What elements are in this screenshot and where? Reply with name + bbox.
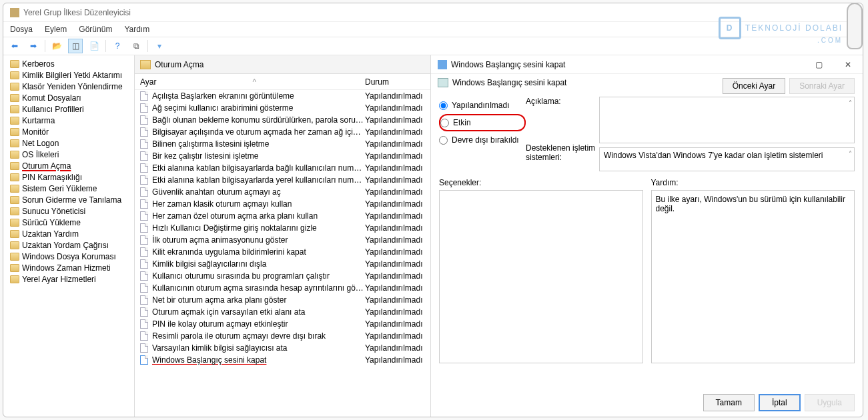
tree-label: Sistem Geri Yükleme xyxy=(22,184,97,193)
list-item[interactable]: Net bir oturum açma arka planı gösterYap… xyxy=(135,294,430,306)
radio-enabled[interactable]: Etkin xyxy=(439,114,526,131)
col-durum[interactable]: Durum xyxy=(365,77,425,87)
tree-item[interactable]: Kimlik Bilgileri Yetki Aktarımı xyxy=(3,69,134,81)
filter-icon[interactable]: ▾ xyxy=(152,39,167,53)
ok-button[interactable]: Tamam xyxy=(703,394,755,411)
list-item[interactable]: Kullanıcının oturum açma sırasında hesap… xyxy=(135,282,430,294)
list-item[interactable]: Resimli parola ile oturum açmayı devre d… xyxy=(135,330,430,342)
tree-pane[interactable]: KerberosKimlik Bilgileri Yetki AktarımıK… xyxy=(3,55,135,417)
folder-icon xyxy=(140,60,151,69)
list-item[interactable]: Kimlik bilgisi sağlayıcılarını dışlaYapı… xyxy=(135,258,430,270)
list-item[interactable]: Etki alanına katılan bilgisayarlarda yer… xyxy=(135,174,430,186)
list-item[interactable]: Oturum açmak için varsayılan etki alanı … xyxy=(135,306,430,318)
view-icon[interactable]: ◫ xyxy=(68,39,83,53)
radio-input[interactable] xyxy=(439,136,448,145)
titlebar[interactable]: Yerel Grup İlkesi Düzenleyicisi xyxy=(3,3,863,22)
list-item[interactable]: Güvenlik anahtarı oturum açmayı açYapıla… xyxy=(135,186,430,198)
policy-item-icon xyxy=(140,355,148,365)
menubar: DosyaEylemGörünümYardım xyxy=(3,22,863,37)
tree-item[interactable]: Uzaktan Yardım xyxy=(3,228,134,239)
col-ayar[interactable]: Ayar xyxy=(140,77,156,87)
dialog-subtitle: Windows Başlangıç sesini kapat xyxy=(452,78,566,87)
maximize-icon[interactable]: ▢ xyxy=(804,56,833,73)
list-item[interactable]: Açılışta Başlarken ekranını görüntülemeY… xyxy=(135,90,430,102)
dialog-titlebar[interactable]: Windows Başlangıç sesini kapat ▢ ✕ xyxy=(431,55,863,74)
folder-icon xyxy=(10,117,19,125)
list-item[interactable]: Bağlı olunan bekleme konumu sürdürülürke… xyxy=(135,114,430,126)
list-body[interactable]: Açılışta Başlarken ekranını görüntülemeY… xyxy=(135,90,430,417)
properties-icon[interactable]: ⧉ xyxy=(129,39,143,53)
tree-item[interactable]: PIN Karmaşıklığı xyxy=(3,171,134,183)
options-box[interactable] xyxy=(439,190,643,363)
tree-item[interactable]: Komut Dosyaları xyxy=(3,92,134,103)
list-item-state: Yapılandırılmadı xyxy=(365,247,425,257)
tree-item[interactable]: Sunucu Yöneticisi xyxy=(3,205,134,217)
os-value: Windows Vista'dan Windows 7'ye kadar ola… xyxy=(604,151,823,160)
list-item[interactable]: Hızlı Kullanıcı Değiştirme giriş noktala… xyxy=(135,222,430,234)
radio-disabled[interactable]: Devre dışı bırakıldı xyxy=(439,131,526,149)
list-item[interactable]: Her zaman klasik oturum açmayı kullanYap… xyxy=(135,198,430,210)
tree-item[interactable]: Net Logon xyxy=(3,137,134,149)
folder-icon xyxy=(10,185,19,193)
policy-icon xyxy=(438,78,448,87)
list-item[interactable]: Ağ seçimi kullanıcı arabirimini gösterme… xyxy=(135,102,430,114)
list-item-state: Yapılandırılmadı xyxy=(365,199,425,209)
tree-item[interactable]: Kerberos xyxy=(3,58,134,69)
list-item[interactable]: Her zaman özel oturum açma arka planı ku… xyxy=(135,210,430,222)
forward-icon[interactable]: ➡ xyxy=(26,39,41,53)
list-item[interactable]: Etki alanına katılan bilgisayarlarda bağ… xyxy=(135,162,430,174)
list-title: Oturum Açma xyxy=(155,60,203,69)
tree-item[interactable]: Uzaktan Yordam Çağrısı xyxy=(3,239,134,251)
folder-icon xyxy=(10,128,19,136)
chevron-up-icon[interactable]: ˄ xyxy=(849,99,852,107)
tree-item[interactable]: Yerel Ayar Hizmetleri xyxy=(3,273,134,285)
policy-item-icon xyxy=(140,247,148,257)
tree-item[interactable]: Oturum Açma xyxy=(3,160,134,171)
list-item-label: Kullanıcının oturum açma sırasında hesap… xyxy=(152,283,365,293)
list-columns[interactable]: Ayar^ Durum xyxy=(135,74,430,90)
list-item[interactable]: Bilgisayar açılışında ve oturum açmada h… xyxy=(135,126,430,138)
export-icon[interactable]: 📄 xyxy=(87,39,101,53)
list-item-label: Etki alanına katılan bilgisayarlarda bağ… xyxy=(152,163,365,173)
folder-icon xyxy=(10,196,19,204)
list-item-label: Kimlik bilgisi sağlayıcılarını dışla xyxy=(152,259,365,269)
tree-item[interactable]: Monitör xyxy=(3,126,134,137)
list-item[interactable]: Bir kez çalıştır listesini işletmeYapıla… xyxy=(135,150,430,162)
tree-item[interactable]: Sorun Giderme ve Tanılama xyxy=(3,194,134,205)
supported-os-box[interactable]: Windows Vista'dan Windows 7'ye kadar ola… xyxy=(599,147,855,171)
tree-item[interactable]: Klasör Yeniden Yönlendirme xyxy=(3,81,134,92)
tree-item[interactable]: Windows Zaman Hizmeti xyxy=(3,262,134,273)
list-item[interactable]: Varsayılan kimlik bilgisi sağlayıcısı at… xyxy=(135,342,430,354)
list-item[interactable]: PIN ile kolay oturum açmayı etkinleştirY… xyxy=(135,318,430,330)
cancel-button[interactable]: İptal xyxy=(759,394,801,411)
back-icon[interactable]: ⬅ xyxy=(7,39,22,53)
list-item[interactable]: Windows Başlangıç sesini kapatYapılandır… xyxy=(135,354,430,366)
menu-item[interactable]: Eylem xyxy=(45,25,67,34)
label-secenekler: Seçenekler: xyxy=(439,178,643,187)
radio-not-configured[interactable]: Yapılandırılmadı xyxy=(439,97,526,114)
menu-item[interactable]: Yardım xyxy=(124,25,149,34)
list-item[interactable]: Kilit ekranında uygulama bildirimlerini … xyxy=(135,246,430,258)
menu-item[interactable]: Dosya xyxy=(10,25,33,34)
folder-icon xyxy=(10,151,19,159)
previous-setting-button[interactable]: Önceki Ayar xyxy=(723,78,785,94)
help-box[interactable]: Bu ilke ayarı, Windows'un bu sürümü için… xyxy=(651,190,855,363)
radio-input[interactable] xyxy=(439,101,448,110)
list-item[interactable]: Bilinen çalıştırma listesini işletmeYapı… xyxy=(135,138,430,150)
menu-item[interactable]: Görünüm xyxy=(79,25,112,34)
tree-item[interactable]: Kurtarma xyxy=(3,115,134,126)
tree-item[interactable]: Sürücü Yükleme xyxy=(3,217,134,228)
tree-item[interactable]: Kullanıcı Profilleri xyxy=(3,103,134,115)
close-icon[interactable]: ✕ xyxy=(833,56,863,73)
radio-input[interactable] xyxy=(440,119,449,127)
list-item[interactable]: Kullanıcı oturumu sırasında bu programla… xyxy=(135,270,430,282)
tree-item[interactable]: Windows Dosya Koruması xyxy=(3,251,134,262)
tree-item[interactable]: OS İlkeleri xyxy=(3,149,134,160)
folder-up-icon[interactable]: 📂 xyxy=(49,39,64,53)
chevron-up-icon[interactable]: ˄ xyxy=(849,150,852,157)
tree-item[interactable]: Sistem Geri Yükleme xyxy=(3,183,134,194)
list-item[interactable]: İlk oturum açma animasyonunu gösterYapıl… xyxy=(135,234,430,246)
description-box[interactable]: ˄ xyxy=(599,97,855,143)
help-icon[interactable]: ? xyxy=(110,39,125,53)
sort-icon[interactable]: ^ xyxy=(252,77,256,87)
